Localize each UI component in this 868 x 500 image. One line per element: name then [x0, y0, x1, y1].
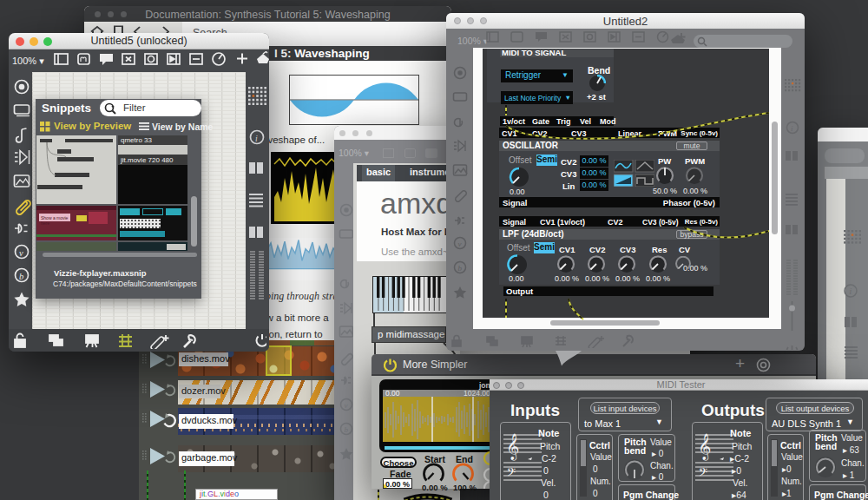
svg-text:b: b	[19, 272, 23, 281]
svg-text:𝄢: 𝄢	[507, 466, 516, 481]
svg-text:b: b	[458, 264, 463, 273]
svg-text:i: i	[791, 124, 793, 133]
svg-text:i: i	[255, 134, 258, 143]
svg-text:𝄢: 𝄢	[699, 466, 707, 481]
svg-text:𝄞: 𝄞	[506, 433, 519, 461]
svg-text:i: i	[850, 286, 852, 296]
svg-text:𝄞: 𝄞	[698, 433, 711, 461]
svg-text:v: v	[458, 240, 462, 248]
svg-text:v: v	[345, 401, 348, 410]
svg-text:b: b	[345, 425, 349, 434]
svg-text:v: v	[19, 248, 23, 258]
